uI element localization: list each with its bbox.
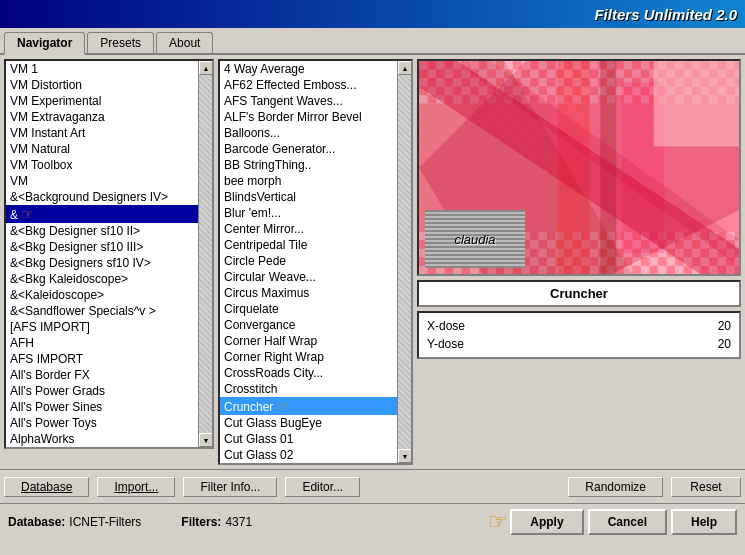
db-status: Database: ICNET-Filters [8,515,141,529]
filter-list-item[interactable]: Convergance [220,317,397,333]
filter-list-item[interactable]: Cirquelate [220,301,397,317]
param-label: Y-dose [427,337,464,351]
tab-presets[interactable]: Presets [87,32,154,53]
title-bar: Filters Unlimited 2.0 [0,0,745,28]
filter-list-item[interactable]: Blur 'em!... [220,205,397,221]
filter-list-item[interactable]: Cruncher ☞ [220,397,397,415]
tab-navigator[interactable]: Navigator [4,32,85,55]
filter-list: 4 Way AverageAF62 Effected Emboss...AFS … [220,61,397,463]
status-bar: Database: ICNET-Filters Filters: 4371 ☞ … [0,503,745,539]
help-button[interactable]: Help [671,509,737,535]
filters-label: Filters: [181,515,221,529]
filter-list-item[interactable]: Cut Glass 01 [220,431,397,447]
category-list-item[interactable]: All's Power Sines [6,399,198,415]
category-list-item[interactable]: VM Toolbox [6,157,198,173]
category-list-item[interactable]: &<Bkg Kaleidoscope> [6,271,198,287]
filter-scroll-up[interactable]: ▲ [398,61,412,75]
category-list-scroll[interactable]: VM 1VM DistortionVM ExperimentalVM Extra… [6,61,198,447]
watermark-text: claudia [454,232,495,247]
filter-list-item[interactable]: Balloons... [220,125,397,141]
filter-list-item[interactable]: AFS Tangent Waves... [220,93,397,109]
watermark-area: claudia [425,210,525,268]
filter-list-item[interactable]: Cut Glass BugEye [220,415,397,431]
category-list-item[interactable]: & ☞ [6,205,198,223]
category-list-item[interactable]: All's Power Toys [6,415,198,431]
left-scroll-track[interactable] [199,75,212,433]
param-row: Y-dose20 [423,335,735,353]
right-panel: claudia Cruncher X-dose20Y-dose20 [417,59,741,359]
filter-scroll-down[interactable]: ▼ [398,449,412,463]
filter-list-item[interactable]: BB StringThing.. [220,157,397,173]
param-value: 20 [718,319,731,333]
category-list-item[interactable]: All's Border FX [6,367,198,383]
cancel-button[interactable]: Cancel [588,509,667,535]
left-scroll-up[interactable]: ▲ [199,61,213,75]
filter-list-item[interactable]: Circus Maximus [220,285,397,301]
filter-list-item[interactable]: Centripedal Tile [220,237,397,253]
category-list-item[interactable]: VM Natural [6,141,198,157]
filter-scrollbar[interactable]: ▲ ▼ [397,61,411,463]
tab-bar: Navigator Presets About [0,28,745,55]
preview-area: claudia [417,59,741,276]
filter-list-item[interactable]: Corner Right Wrap [220,349,397,365]
tab-about[interactable]: About [156,32,213,53]
category-list-item[interactable]: All's Power Grads [6,383,198,399]
category-list-item[interactable]: VM Extravaganza [6,109,198,125]
category-list-item[interactable]: &<Bkg Designers sf10 IV> [6,255,198,271]
filter-list-item[interactable]: bee morph [220,173,397,189]
filter-list-scroll[interactable]: 4 Way AverageAF62 Effected Emboss...AFS … [220,61,397,463]
main-content: VM 1VM DistortionVM ExperimentalVM Extra… [0,55,745,469]
filter-list-item[interactable]: Barcode Generator... [220,141,397,157]
category-list-item[interactable]: &<Sandflower Specials^v > [6,303,198,319]
category-list-item[interactable]: AFS IMPORT [6,351,198,367]
category-list-item[interactable]: VM [6,173,198,189]
left-scroll-down[interactable]: ▼ [199,433,213,447]
filter-list-item[interactable]: Circular Weave... [220,269,397,285]
filter-info-button[interactable]: Filter Info... [183,477,277,497]
left-scrollbar[interactable]: ▲ ▼ [198,61,212,447]
filter-list-item[interactable]: Crosstitch [220,381,397,397]
reset-button[interactable]: Reset [671,477,741,497]
category-list-item[interactable]: &<Bkg Designer sf10 II> [6,223,198,239]
action-buttons: ☞ Apply Cancel Help [488,509,737,535]
filter-list-item[interactable]: Cut Glass 02 [220,447,397,463]
left-panel: VM 1VM DistortionVM ExperimentalVM Extra… [4,59,214,449]
import-button[interactable]: Import... [97,477,175,497]
filter-name-bar: Cruncher [417,280,741,307]
category-list-item[interactable]: &<Background Designers IV> [6,189,198,205]
database-button[interactable]: Database [4,477,89,497]
apply-arrow-icon: ☞ [488,509,508,535]
db-value: ICNET-Filters [69,515,141,529]
filter-list-item[interactable]: ALF's Border Mirror Bevel [220,109,397,125]
filter-name-text: Cruncher [550,286,608,301]
filter-list-item[interactable]: 4 Way Average [220,61,397,77]
category-list-item[interactable]: VM Experimental [6,93,198,109]
category-list-item[interactable]: VM Instant Art [6,125,198,141]
category-list: VM 1VM DistortionVM ExperimentalVM Extra… [6,61,198,447]
filter-list-item[interactable]: CrossRoads City... [220,365,397,381]
db-label: Database: [8,515,65,529]
category-list-item[interactable]: [AFS IMPORT] [6,319,198,335]
category-list-item[interactable]: &<Kaleidoscope> [6,287,198,303]
category-list-item[interactable]: VM Distortion [6,77,198,93]
category-list-item[interactable]: &<Bkg Designer sf10 III> [6,239,198,255]
editor-button[interactable]: Editor... [285,477,360,497]
filters-status: Filters: 4371 [181,515,252,529]
filter-scroll-track[interactable] [398,75,411,449]
filter-list-item[interactable]: BlindsVertical [220,189,397,205]
filter-list-item[interactable]: Corner Half Wrap [220,333,397,349]
panels-row: VM 1VM DistortionVM ExperimentalVM Extra… [4,59,741,465]
category-list-item[interactable]: AlphaWorks [6,431,198,447]
randomize-button[interactable]: Randomize [568,477,663,497]
category-list-item[interactable]: VM 1 [6,61,198,77]
apply-btn-wrapper: ☞ Apply [488,509,583,535]
category-list-item[interactable]: AFH [6,335,198,351]
filters-value: 4371 [225,515,252,529]
filter-list-item[interactable]: Circle Pede [220,253,397,269]
filter-list-item[interactable]: AF62 Effected Emboss... [220,77,397,93]
filter-list-item[interactable]: Center Mirror... [220,221,397,237]
filter-list-container: 4 Way AverageAF62 Effected Emboss...AFS … [218,59,413,465]
middle-panel: 4 Way AverageAF62 Effected Emboss...AFS … [218,59,413,465]
category-list-container: VM 1VM DistortionVM ExperimentalVM Extra… [4,59,214,449]
apply-button[interactable]: Apply [510,509,583,535]
